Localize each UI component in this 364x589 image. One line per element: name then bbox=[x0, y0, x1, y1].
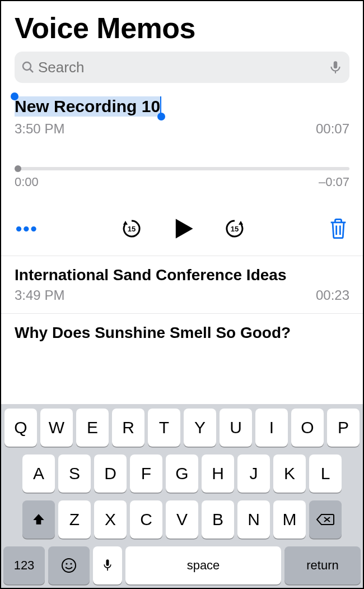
key-n[interactable]: N bbox=[237, 500, 270, 539]
page-title: Voice Memos bbox=[15, 11, 349, 45]
svg-text:15: 15 bbox=[231, 225, 239, 233]
dictate-icon[interactable] bbox=[328, 60, 343, 75]
key-q[interactable]: Q bbox=[4, 409, 37, 447]
emoji-key[interactable] bbox=[48, 546, 90, 585]
key-w[interactable]: W bbox=[40, 409, 73, 447]
recording-item-expanded: New Recording 10 3:50 PM 00:07 0:00 –0:0… bbox=[1, 83, 363, 256]
key-l[interactable]: L bbox=[309, 454, 342, 493]
key-u[interactable]: U bbox=[220, 409, 252, 447]
key-v[interactable]: V bbox=[166, 500, 198, 539]
key-j[interactable]: J bbox=[237, 454, 270, 493]
svg-point-12 bbox=[70, 563, 72, 564]
shift-icon bbox=[31, 512, 46, 527]
search-icon bbox=[21, 61, 35, 74]
key-s[interactable]: S bbox=[58, 454, 91, 493]
key-t[interactable]: T bbox=[148, 409, 180, 447]
selection-handle-start[interactable] bbox=[11, 92, 18, 100]
return-key[interactable]: return bbox=[284, 546, 361, 585]
svg-rect-2 bbox=[334, 61, 338, 68]
key-d[interactable]: D bbox=[94, 454, 127, 493]
recording-item[interactable]: Why Does Sunshine Smell So Good? bbox=[1, 314, 363, 345]
svg-point-0 bbox=[23, 62, 31, 70]
recording-duration: 00:23 bbox=[316, 287, 349, 303]
svg-point-10 bbox=[62, 559, 76, 572]
mic-icon bbox=[102, 558, 113, 573]
backspace-key[interactable] bbox=[309, 500, 342, 539]
recording-item[interactable]: International Sand Conference Ideas 3:49… bbox=[1, 256, 363, 314]
key-p[interactable]: P bbox=[327, 409, 360, 447]
skip-forward-15-icon[interactable]: 15 bbox=[223, 217, 246, 240]
recording-title: Why Does Sunshine Smell So Good? bbox=[15, 324, 349, 342]
shift-key[interactable] bbox=[22, 500, 55, 539]
emoji-icon bbox=[60, 557, 77, 574]
svg-rect-13 bbox=[106, 559, 109, 566]
key-e[interactable]: E bbox=[76, 409, 109, 447]
key-i[interactable]: I bbox=[255, 409, 288, 447]
key-m[interactable]: M bbox=[273, 500, 306, 539]
recording-title: International Sand Conference Ideas bbox=[15, 266, 349, 284]
remaining-time: –0:07 bbox=[319, 175, 349, 189]
play-button[interactable] bbox=[171, 216, 195, 241]
key-k[interactable]: K bbox=[273, 454, 306, 493]
skip-back-15-icon[interactable]: 15 bbox=[120, 217, 143, 240]
recording-timestamp: 3:49 PM bbox=[15, 287, 64, 303]
backspace-icon bbox=[316, 513, 335, 526]
search-field[interactable] bbox=[15, 52, 349, 83]
key-r[interactable]: R bbox=[112, 409, 144, 447]
key-a[interactable]: A bbox=[22, 454, 55, 493]
playback-scrubber[interactable] bbox=[15, 167, 349, 170]
svg-line-1 bbox=[30, 69, 34, 73]
svg-text:15: 15 bbox=[128, 225, 136, 233]
recording-title-editable[interactable]: New Recording 10 bbox=[15, 96, 161, 117]
search-input[interactable] bbox=[38, 59, 328, 76]
key-f[interactable]: F bbox=[130, 454, 162, 493]
on-screen-keyboard: QWERTYUIOP ASDFGHJKL ZXCVBNM 123 space r… bbox=[1, 404, 363, 588]
key-b[interactable]: B bbox=[202, 500, 234, 539]
dictation-key[interactable] bbox=[93, 546, 122, 585]
svg-point-11 bbox=[66, 563, 67, 564]
key-z[interactable]: Z bbox=[58, 500, 91, 539]
elapsed-time: 0:00 bbox=[15, 175, 39, 189]
key-o[interactable]: O bbox=[291, 409, 324, 447]
key-y[interactable]: Y bbox=[184, 409, 216, 447]
key-h[interactable]: H bbox=[202, 454, 234, 493]
key-x[interactable]: X bbox=[94, 500, 127, 539]
space-key[interactable]: space bbox=[125, 546, 281, 585]
key-g[interactable]: G bbox=[166, 454, 198, 493]
scrubber-thumb[interactable] bbox=[15, 165, 21, 172]
recording-duration: 00:07 bbox=[316, 121, 349, 137]
selection-handle-end[interactable] bbox=[157, 113, 165, 120]
numbers-key[interactable]: 123 bbox=[3, 546, 45, 585]
delete-button[interactable] bbox=[328, 217, 348, 240]
more-actions-button[interactable]: ••• bbox=[16, 219, 38, 239]
key-c[interactable]: C bbox=[130, 500, 162, 539]
recording-timestamp: 3:50 PM bbox=[15, 121, 64, 137]
